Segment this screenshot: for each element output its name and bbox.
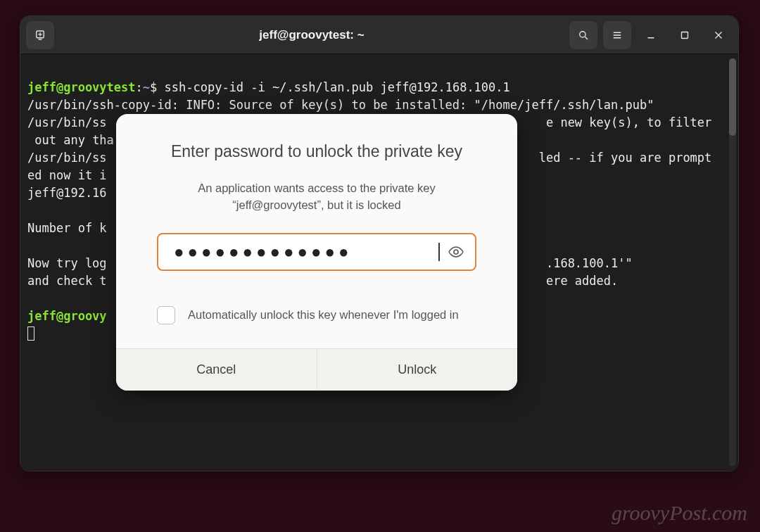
maximize-button[interactable] [671,21,699,49]
window-title: jeff@groovytest: ~ [60,28,564,42]
text-caret [438,243,440,261]
auto-unlock-checkbox[interactable] [157,306,175,324]
cancel-button[interactable]: Cancel [116,349,317,391]
prompt-path: ~ [143,80,150,94]
dialog-title: Enter password to unlock the private key [157,142,476,161]
password-input[interactable]: ●●●●●●●●●●●●● [174,242,438,262]
dialog-actions: Cancel Unlock [116,348,517,391]
reveal-password-icon[interactable] [447,243,465,261]
output-line: /usr/bin/ssh-copy-id: INFO: Source of ke… [27,96,728,114]
command: ssh-copy-id -i ~/.ssh/lan.pub jeff@192.1… [165,80,510,94]
close-button[interactable] [704,21,733,49]
unlock-key-dialog: Enter password to unlock the private key… [116,114,517,391]
dialog-message: An application wants access to the priva… [157,179,476,213]
svg-point-1 [580,31,585,37]
prompt-user: jeff@groovytest [27,80,136,94]
unlock-button[interactable]: Unlock [317,349,518,391]
svg-point-3 [454,250,458,254]
scrollbar[interactable] [729,58,736,467]
watermark: groovyPost.com [612,501,747,525]
new-tab-button[interactable] [26,21,54,49]
menu-button[interactable] [603,21,631,49]
search-button[interactable] [569,21,597,49]
titlebar: jeff@groovytest: ~ [20,16,738,54]
auto-unlock-label: Automatically unlock this key whenever I… [188,306,459,323]
scrollbar-thumb[interactable] [729,58,736,136]
auto-unlock-row: Automatically unlock this key whenever I… [157,306,476,324]
terminal-cursor [27,327,34,341]
prompt-user: jeff@groovy [27,309,107,323]
minimize-button[interactable] [637,21,665,49]
svg-rect-2 [682,32,688,38]
password-field-wrapper: ●●●●●●●●●●●●● [157,233,476,271]
